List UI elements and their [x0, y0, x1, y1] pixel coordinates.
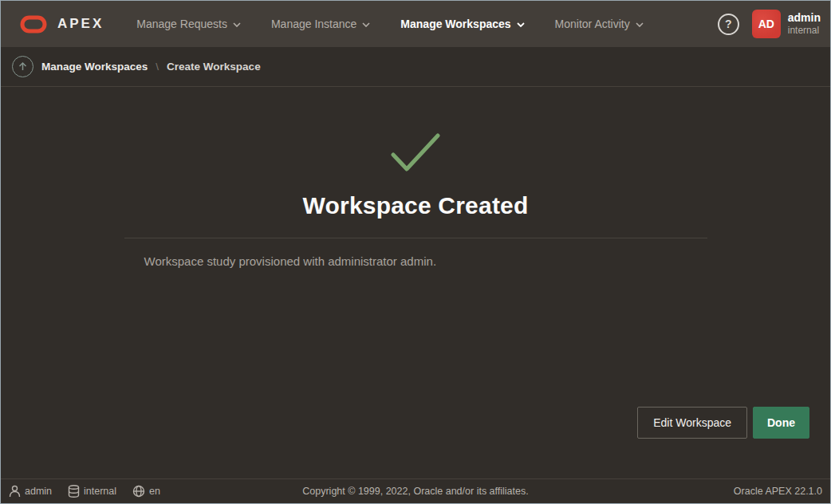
- menu-label: Manage Requests: [136, 18, 227, 30]
- breadcrumb-separator: \: [156, 61, 159, 73]
- success-icon-wrap: [1, 87, 830, 175]
- footer-language[interactable]: en: [132, 485, 160, 498]
- breadcrumb: Manage Workspaces \ Create Workspace: [1, 47, 830, 87]
- success-checkmark-icon: [387, 132, 444, 175]
- menu-label: Manage Workspaces: [400, 18, 510, 30]
- footer-language-label: en: [149, 486, 160, 497]
- chevron-down-icon: [362, 22, 370, 27]
- chevron-down-icon: [517, 22, 525, 27]
- version-text: Oracle APEX 22.1.0: [734, 486, 822, 497]
- apex-admin-page: APEX Manage Requests Manage Instance Man…: [0, 0, 831, 504]
- user-meta: admin internal: [788, 11, 821, 37]
- user-icon: [9, 485, 21, 498]
- chevron-down-icon: [233, 22, 241, 27]
- chevron-down-icon: [636, 22, 644, 27]
- brand-name: APEX: [57, 16, 104, 32]
- edit-workspace-button[interactable]: Edit Workspace: [637, 407, 747, 439]
- menu-manage-requests[interactable]: Manage Requests: [121, 1, 256, 47]
- menu-monitor-activity[interactable]: Monitor Activity: [540, 1, 659, 47]
- footer-bar: admin internal en Copyright © 1999, 20: [1, 478, 830, 503]
- oracle-logo-icon: [20, 15, 47, 33]
- user-instance: internal: [788, 25, 821, 37]
- menu-manage-workspaces[interactable]: Manage Workspaces: [385, 1, 539, 47]
- divider: [124, 238, 707, 238]
- menu-label: Manage Instance: [271, 18, 356, 30]
- success-message: Workspace study provisioned with adminis…: [124, 254, 707, 268]
- arrow-up-icon: [18, 61, 28, 72]
- footer-instance-label: internal: [84, 486, 116, 497]
- main-menu: Manage Requests Manage Instance Manage W…: [121, 1, 658, 47]
- globe-icon: [132, 485, 145, 498]
- breadcrumb-create-workspace: Create Workspace: [167, 61, 261, 73]
- menu-manage-instance[interactable]: Manage Instance: [256, 1, 385, 47]
- user-account-menu[interactable]: AD admin internal: [752, 10, 821, 38]
- page-title: Workspace Created: [1, 192, 830, 219]
- menu-label: Monitor Activity: [555, 18, 630, 30]
- avatar: AD: [752, 10, 781, 38]
- user-name: admin: [788, 11, 821, 26]
- action-buttons: Edit Workspace Done: [637, 407, 809, 439]
- footer-user-label: admin: [25, 486, 52, 497]
- footer-left-group: admin internal en: [9, 485, 160, 498]
- oracle-apex-logo[interactable]: APEX: [20, 15, 104, 33]
- top-navigation-bar: APEX Manage Requests Manage Instance Man…: [1, 1, 830, 47]
- database-icon: [68, 485, 80, 498]
- header-right-group: ? AD admin internal: [718, 10, 821, 38]
- help-icon[interactable]: ?: [718, 14, 739, 35]
- footer-user: admin: [9, 485, 52, 498]
- footer-instance: internal: [68, 485, 116, 498]
- done-button[interactable]: Done: [753, 407, 809, 439]
- breadcrumb-manage-workspaces[interactable]: Manage Workspaces: [41, 61, 148, 73]
- navigate-up-button[interactable]: [12, 56, 33, 77]
- main-content: Workspace Created Workspace study provis…: [1, 87, 830, 479]
